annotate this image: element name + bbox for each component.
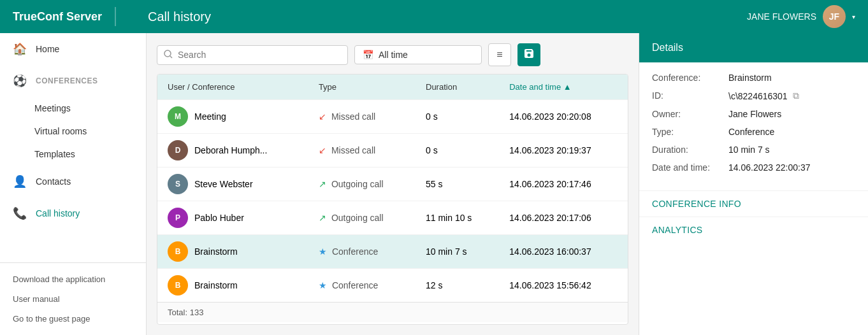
copy-icon[interactable]: ⧉ (793, 90, 799, 101)
details-section-link[interactable]: CONFERENCE INFO (639, 190, 868, 217)
details-label: Duration: (652, 145, 728, 155)
sidebar-item-call-history[interactable]: 📞 Call history (0, 197, 146, 229)
details-value: \c\8224616301⧉ (728, 90, 855, 101)
details-body: Conference: Brainstorm ID: \c\8224616301… (639, 62, 868, 190)
save-button[interactable] (517, 43, 540, 66)
filter-icon: ≡ (496, 49, 502, 61)
user-avatar: D (168, 140, 188, 160)
call-history-icon: 📞 (13, 206, 27, 220)
col-user-conference[interactable]: User / Conference (157, 75, 308, 100)
table-row[interactable]: D Deborah Humph... ↙ Missed call 0 s 14.… (157, 134, 628, 168)
details-label: Type: (652, 127, 728, 137)
cell-user: S Steve Webster (157, 168, 308, 201)
save-icon (524, 48, 534, 61)
conferences-icon: ⚽ (13, 74, 27, 88)
user-avatar: B (168, 275, 188, 296)
cell-datetime: 14.06.2023 15:56:42 (499, 269, 628, 303)
call-type-icon: ↙ (319, 145, 326, 155)
details-label: Date and time: (652, 162, 728, 173)
table-row[interactable]: B Brainstorm ★ Conference 10 min 7 s 14.… (157, 235, 628, 269)
call-type-label: Outgoing call (331, 213, 384, 223)
calendar-icon: 📅 (363, 50, 373, 60)
home-icon: 🏠 (13, 42, 27, 56)
col-type[interactable]: Type (308, 75, 416, 100)
details-row: Owner: Jane Flowers (652, 109, 855, 119)
table-footer: Total: 133 (157, 302, 628, 322)
app-header: TrueConf Server Call history JANE FLOWER… (0, 0, 868, 33)
cell-duration: 12 s (416, 269, 499, 303)
guest-page-link[interactable]: Go to the guest page (0, 309, 146, 329)
sidebar-item-templates[interactable]: Templates (0, 143, 146, 166)
call-type-icon: ★ (319, 280, 327, 290)
call-type-label: Conference (332, 246, 378, 257)
cell-datetime: 14.06.2023 16:00:37 (499, 235, 628, 269)
sidebar-bottom: Download the application User manual Go … (0, 262, 146, 335)
cell-duration: 0 s (416, 100, 499, 134)
user-manual-link[interactable]: User manual (0, 289, 146, 309)
total-label: Total: 133 (168, 308, 203, 317)
search-input[interactable] (178, 50, 341, 60)
table-row[interactable]: P Pablo Huber ↗ Outgoing call 11 min 10 … (157, 201, 628, 235)
sidebar-item-home[interactable]: 🏠 Home (0, 33, 146, 65)
filter-button[interactable]: ≡ (488, 43, 511, 66)
details-section-link[interactable]: ANALYTICS (639, 217, 868, 243)
details-label: ID: (652, 90, 728, 101)
details-header: Details (639, 33, 868, 62)
details-row: Conference: Brainstorm (652, 73, 855, 83)
main-content: 📅 All time ≡ User / Conference (147, 33, 639, 335)
user-avatar: B (168, 241, 188, 262)
sidebar-conferences-header: ⚽ CONFERENCES (0, 65, 146, 97)
cell-type: ↗ Outgoing call (308, 168, 416, 201)
user-name-cell: Brainstorm (194, 280, 238, 290)
call-type-icon: ★ (319, 246, 327, 257)
cell-duration: 0 s (416, 134, 499, 168)
download-app-link[interactable]: Download the application (0, 269, 146, 289)
date-filter-label: All time (379, 50, 408, 60)
col-datetime[interactable]: Date and time ▲ (499, 75, 628, 100)
table-row[interactable]: B Brainstorm ★ Conference 12 s 14.06.202… (157, 269, 628, 303)
date-filter-button[interactable]: 📅 All time (354, 45, 482, 64)
cell-datetime: 14.06.2023 20:17:46 (499, 168, 628, 201)
cell-type: ↙ Missed call (308, 100, 416, 134)
cell-duration: 10 min 7 s (416, 235, 499, 269)
contacts-label: Contacts (36, 176, 71, 187)
details-row: Type: Conference (652, 127, 855, 137)
details-panel: Details Conference: Brainstorm ID: \c\82… (639, 33, 868, 335)
user-avatar: P (168, 208, 188, 228)
user-menu[interactable]: JANE FLOWERS JF ▾ (747, 5, 855, 28)
details-row: ID: \c\8224616301⧉ (652, 90, 855, 101)
user-name-cell: Pablo Huber (194, 213, 244, 223)
search-box[interactable] (157, 45, 348, 65)
cell-type: ★ Conference (308, 235, 416, 269)
call-type-icon: ↗ (319, 179, 326, 189)
sidebar-item-label: Home (36, 44, 59, 54)
cell-duration: 55 s (416, 168, 499, 201)
user-avatar: M (168, 106, 188, 127)
details-row: Date and time: 14.06.2023 22:00:37 (652, 162, 855, 173)
details-value: 14.06.2023 22:00:37 (728, 162, 855, 173)
sidebar: 🏠 Home ⚽ CONFERENCES Meetings Virtual ro… (0, 33, 147, 335)
user-name-cell: Meeting (194, 111, 226, 122)
avatar: JF (823, 5, 846, 28)
main-layout: 🏠 Home ⚽ CONFERENCES Meetings Virtual ro… (0, 33, 868, 335)
svg-point-0 (164, 50, 171, 57)
col-duration[interactable]: Duration (416, 75, 499, 100)
details-value: Brainstorm (728, 73, 855, 83)
sidebar-item-meetings[interactable]: Meetings (0, 97, 146, 120)
details-value: Conference (728, 127, 855, 137)
user-name-cell: Brainstorm (194, 246, 238, 257)
search-icon (164, 50, 173, 61)
cell-user: P Pablo Huber (157, 201, 308, 235)
table-row[interactable]: S Steve Webster ↗ Outgoing call 55 s 14.… (157, 168, 628, 201)
cell-datetime: 14.06.2023 20:17:06 (499, 201, 628, 235)
table-row[interactable]: M Meeting ↙ Missed call 0 s 14.06.2023 2… (157, 100, 628, 134)
toolbar: 📅 All time ≡ (157, 43, 628, 66)
call-type-icon: ↙ (319, 111, 326, 122)
conferences-section-label: CONFERENCES (36, 76, 98, 85)
svg-line-1 (170, 56, 172, 58)
call-type-label: Missed call (331, 111, 375, 122)
virtual-rooms-label: Virtual rooms (34, 126, 87, 136)
sidebar-item-contacts[interactable]: 👤 Contacts (0, 166, 146, 197)
cell-user: B Brainstorm (157, 269, 308, 303)
sidebar-item-virtual-rooms[interactable]: Virtual rooms (0, 120, 146, 143)
